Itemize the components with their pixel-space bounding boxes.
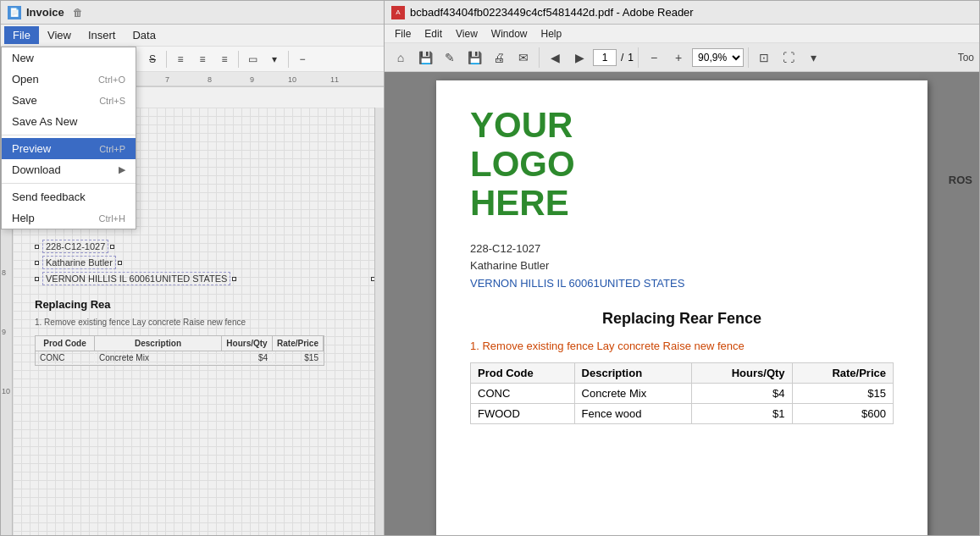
svg-text:8: 8 (208, 75, 212, 84)
menu-new[interactable]: New (2, 47, 136, 69)
col-description: Description (95, 336, 222, 351)
menu-preview-shortcut: Ctrl+P (99, 144, 125, 154)
pdf-next-btn[interactable]: ▶ (568, 47, 590, 69)
pdf-zoom-out-btn[interactable]: − (643, 47, 665, 69)
pdf-logo: YOURLOGOHERE (470, 106, 894, 224)
pdf-page-sep: / (619, 52, 625, 64)
pdf-menu-bar: File Edit View Window Help (385, 25, 979, 43)
pdf-page-total: 1 (628, 52, 634, 64)
pdf-address-name: Katharine Butler (470, 257, 894, 275)
toolbar-sep4 (288, 51, 289, 68)
invoice-menu-bar: File View Insert Data (1, 25, 385, 47)
pdf-prev-btn[interactable]: ◀ (544, 47, 566, 69)
more-btn[interactable]: ▾ (264, 50, 285, 69)
invoice-title-bar: 📄 Invoice 🗑 (1, 1, 385, 25)
pdf-home-btn[interactable]: ⌂ (390, 47, 412, 69)
menu-save[interactable]: Save Ctrl+S (2, 90, 136, 111)
pdf-print-btn[interactable]: 🖨 (488, 47, 510, 69)
menu-insert[interactable]: Insert (80, 26, 125, 44)
cell-qty-1: $4 (222, 351, 273, 364)
dropdown-sep2 (2, 183, 136, 184)
border-btn[interactable]: ▭ (242, 50, 263, 69)
invoice-table-header: Prod Code Description Hours/Qty Rate/Pri… (36, 336, 324, 351)
pdf-save-btn[interactable]: 💾 (414, 47, 436, 69)
menu-data[interactable]: Data (124, 26, 163, 44)
pdf-cell-desc-2: Fence wood (574, 403, 692, 423)
pdf-title-text: bcbadf43404fb0223449c4cf5481442d.pdf - A… (410, 6, 694, 19)
invoice-title-text: Invoice (26, 6, 64, 19)
pdf-fullscreen-btn[interactable]: ⛶ (778, 47, 800, 69)
pdf-cell-rate-2: $600 (792, 403, 893, 423)
menu-help-label: Help (12, 212, 35, 224)
menu-open[interactable]: Open Ctrl+O (2, 69, 136, 90)
col-rate: Rate/Price (273, 336, 324, 351)
menu-save-as-new-label: Save As New (12, 115, 77, 128)
pdf-email-btn[interactable]: ✉ (512, 47, 534, 69)
table-row: CONC Concrete Mix $4 $15 (36, 351, 324, 365)
menu-preview[interactable]: Preview Ctrl+P (2, 138, 136, 159)
field-end-handle (118, 261, 122, 265)
align-left-btn[interactable]: ≡ (170, 50, 191, 69)
pdf-zoom-in-btn[interactable]: + (667, 47, 689, 69)
subtract-btn[interactable]: − (292, 50, 313, 69)
field-handle (35, 261, 39, 265)
address-field-row-3: VERNON HILLIS IL 60061UNITED STATES (35, 272, 324, 285)
strikethrough-btn[interactable]: S (142, 50, 163, 69)
menu-view[interactable]: View (39, 26, 80, 44)
col-qty: Hours/Qty (222, 336, 273, 351)
table-row: CONC Concrete Mix $4 $15 (471, 383, 894, 403)
pdf-edit-btn[interactable]: ✎ (439, 47, 461, 69)
pdf-menu-window[interactable]: Window (484, 26, 534, 41)
pdf-cell-qty-1: $4 (692, 383, 792, 403)
invoice-app-icon: 📄 (8, 6, 21, 19)
menu-send-feedback[interactable]: Send feedback (2, 186, 136, 207)
pdf-page: YOURLOGOHERE 228-C12-1027 Katharine Butl… (436, 80, 927, 535)
menu-download-label: Download (12, 163, 61, 176)
svg-text:9: 9 (250, 75, 254, 84)
pdf-cell-code-2: FWOOD (471, 403, 575, 423)
menu-help[interactable]: Help Ctrl+H (2, 207, 136, 229)
field-end-handle (110, 245, 114, 249)
pdf-menu-help[interactable]: Help (534, 26, 569, 41)
invoice-item1: 1. Remove existing fence Lay concrete Ra… (35, 318, 324, 327)
download-arrow-icon: ▶ (119, 164, 125, 175)
toolbar-sep2 (166, 51, 167, 68)
pdf-cell-rate-1: $15 (792, 383, 893, 403)
pdf-item1: 1. Remove existing fence Lay concrete Ra… (470, 340, 894, 352)
align-right-btn[interactable]: ≡ (214, 50, 235, 69)
field-end-handle (232, 277, 236, 281)
menu-open-label: Open (12, 73, 39, 86)
address-full-field[interactable]: VERNON HILLIS IL 60061UNITED STATES (42, 272, 230, 285)
pdf-address: 228-C12-1027 Katharine Butler VERNON HIL… (470, 240, 894, 293)
col-prod-code: Prod Code (36, 336, 95, 351)
pdf-menu-edit[interactable]: Edit (418, 26, 449, 41)
pdf-table: Prod Code Description Hours/Qty Rate/Pri… (470, 362, 894, 424)
pdf-menu-view[interactable]: View (449, 26, 484, 41)
address-name-field[interactable]: Katharine Butler (42, 256, 116, 269)
pdf-zoom-select[interactable]: 90,9% 50% 75% 100% 125% (692, 48, 744, 67)
pdf-dropdown-btn[interactable]: ▾ (802, 47, 824, 69)
menu-send-feedback-label: Send feedback (12, 191, 86, 203)
pdf-cell-desc-1: Concrete Mix (574, 383, 692, 403)
pdf-menu-file[interactable]: File (388, 26, 418, 41)
align-center-btn[interactable]: ≡ (192, 50, 213, 69)
menu-help-shortcut: Ctrl+H (99, 213, 125, 224)
pdf-page-input[interactable] (593, 49, 617, 66)
pdf-app-icon: A (391, 6, 405, 19)
field-handle (35, 245, 39, 249)
delete-icon[interactable]: 🗑 (73, 7, 83, 19)
pdf-doc-title: Replacing Rear Fence (470, 310, 894, 328)
pdf-save2-btn[interactable]: 💾 (463, 47, 485, 69)
cell-desc-1: Concrete Mix (95, 351, 222, 364)
menu-file[interactable]: File (4, 26, 39, 44)
pdf-address-id: 228-C12-1027 (470, 240, 894, 258)
pdf-fit-btn[interactable]: ⊡ (753, 47, 775, 69)
menu-save-as-new[interactable]: Save As New (2, 111, 136, 132)
dropdown-sep1 (2, 135, 136, 135)
menu-download[interactable]: Download ▶ (2, 159, 136, 180)
svg-text:7: 7 (165, 75, 169, 84)
menu-new-label: New (12, 52, 34, 64)
address-id-field[interactable]: 228-C12-1027 (42, 240, 108, 253)
menu-save-shortcut: Ctrl+S (99, 96, 125, 106)
file-dropdown-menu: New Open Ctrl+O Save Ctrl+S Save As New … (1, 47, 136, 229)
